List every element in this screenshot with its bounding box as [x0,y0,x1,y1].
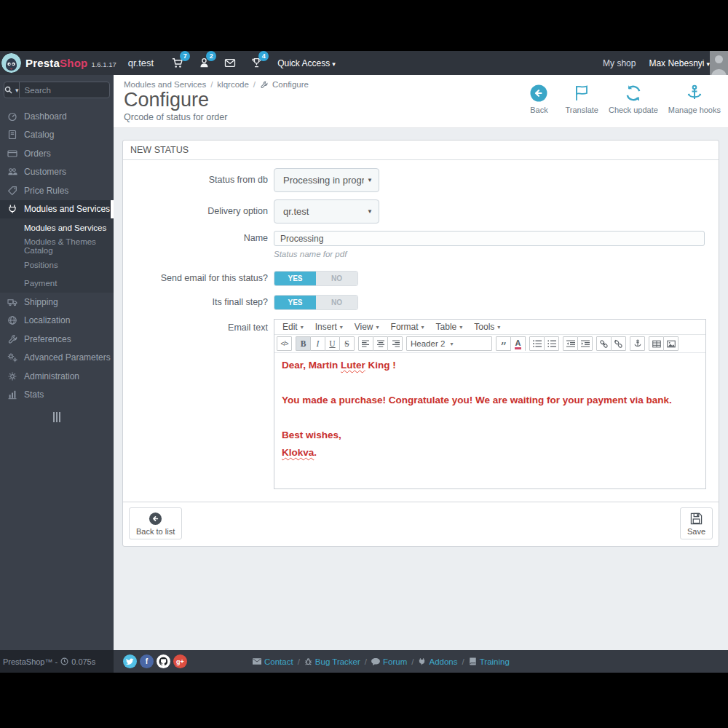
page-actions: Back Translate Check updat [523,83,721,114]
bold-button[interactable]: B [296,336,311,351]
submenu-modules-themes-catalog[interactable]: Modules & Themes Catalog [0,237,114,256]
tag-icon [7,185,17,196]
email-text-label: Email text [123,319,274,489]
facebook-icon[interactable]: f [140,654,154,668]
user-avatar[interactable] [710,51,728,75]
manage-hooks-button[interactable]: Manage hooks [668,83,721,114]
quick-access-menu[interactable]: Quick Access▾ [277,58,336,68]
customers-button[interactable]: 2 [196,56,212,71]
status-from-db-select[interactable]: Processing in progress ▼ [274,168,379,192]
delivery-option-select[interactable]: qr.test ▼ [274,199,379,223]
google-plus-icon[interactable]: g+ [173,654,187,668]
floppy-disk-icon [690,512,703,526]
plug-icon [7,204,17,215]
bug-tracker-link[interactable]: Bug Tracker [304,657,360,666]
footer-brand: PrestaShop™ - [3,657,58,666]
sidebar-item-preferences[interactable]: Preferences [0,330,114,349]
align-right-button[interactable] [387,336,403,351]
back-to-list-button[interactable]: Back to list [129,507,182,539]
footer-bar: PrestaShop™ - 0.075s f g+ [0,650,728,673]
strikethrough-button[interactable]: S [339,336,355,351]
globe-icon [7,315,17,326]
submenu-payment[interactable]: Payment [0,274,114,293]
back-button[interactable]: Back [523,83,555,114]
insert-table-button[interactable] [649,336,664,351]
final-step-label: Its finall step? [123,295,274,310]
addons-link[interactable]: Addons [418,657,457,666]
messages-button[interactable] [222,56,238,71]
editor-menu-view[interactable]: View▾ [349,321,385,333]
search-button[interactable]: ▾ [4,82,20,98]
sidebar-item-customers[interactable]: Customers [0,163,114,182]
breadcrumb-klqrcode[interactable]: klqrcode [217,80,248,89]
insert-link-button[interactable] [596,336,612,351]
insert-image-button[interactable] [663,336,678,351]
twitter-icon[interactable] [123,654,137,668]
notifications-button[interactable]: 4 [248,56,264,71]
sidebar-item-price-rules[interactable]: Price Rules [0,181,114,200]
email-paragraph [282,377,698,388]
numbered-list-button[interactable] [544,336,559,351]
name-label: Name [123,231,274,258]
editor-menu-tools[interactable]: Tools▾ [468,321,506,333]
sidebar-item-stats[interactable]: Stats [0,386,114,405]
sidebar-item-dashboard[interactable]: Dashboard [0,107,114,126]
sidebar-item-modules-and-services[interactable]: Modules and Services [0,200,114,219]
sidebar-item-shipping[interactable]: Shipping [0,293,114,312]
check-update-button[interactable]: Check update [609,83,658,114]
indent-button[interactable] [577,336,593,351]
underline-button[interactable]: U [325,336,340,351]
truck-icon [7,296,17,307]
breadcrumb-modules-and-services[interactable]: Modules and Services [124,80,206,89]
align-center-button[interactable] [373,336,388,351]
save-button[interactable]: Save [680,507,713,539]
submenu-modules-and-services[interactable]: Modules and Services [0,218,114,237]
editor-menu-format[interactable]: Format▾ [385,321,430,333]
clock-icon [60,657,68,665]
forum-link[interactable]: Forum [371,657,407,666]
send-email-no-button[interactable]: NO [316,272,357,285]
anchor-button[interactable] [630,336,645,351]
name-input[interactable] [274,231,705,246]
sidebar-collapse-handle[interactable] [0,412,114,422]
blockquote-button[interactable]: ” [496,336,511,351]
format-select[interactable]: Header 2▾ [406,336,492,351]
email-body-editable[interactable]: Dear, Martin Luter King ! You made a pur… [274,353,705,488]
cart-orders-button[interactable]: 7 [170,56,186,71]
final-step-no-button[interactable]: NO [316,296,357,309]
editor-menu-table[interactable]: Table▾ [430,321,469,333]
bullet-list-button[interactable] [529,336,545,351]
editor-menu-insert[interactable]: Insert▾ [309,321,349,333]
search-icon [4,86,12,94]
training-link[interactable]: Training [469,657,510,666]
source-code-button[interactable]: </> [277,336,292,351]
outdent-button[interactable] [563,336,578,351]
sidebar-item-administration[interactable]: Administration [0,367,114,386]
sidebar-item-catalog[interactable]: Catalog [0,126,114,145]
email-paragraph [282,412,698,423]
prestashop-logo-icon[interactable] [1,53,21,73]
chevron-down-icon: ▼ [367,208,373,215]
contact-link[interactable]: Contact [253,657,293,666]
sidebar-item-advanced-parameters[interactable]: Advanced Parameters [0,349,114,368]
shop-name-link[interactable]: qr.test [128,58,154,68]
user-menu[interactable]: Max Nebesnyi▾ [649,58,710,68]
chevron-down-icon: ▾ [332,60,336,68]
send-email-yes-button[interactable]: YES [274,272,316,285]
sidebar-item-localization[interactable]: Localization [0,312,114,331]
submenu-positions[interactable]: Positions [0,256,114,274]
envelope-icon [253,658,261,665]
text-color-button[interactable]: A [510,336,526,351]
align-left-button[interactable] [358,336,373,351]
translate-button[interactable]: Translate [565,83,598,114]
remove-link-button[interactable] [611,336,626,351]
italic-button[interactable]: I [310,336,325,351]
search-input[interactable] [20,82,110,98]
my-shop-link[interactable]: My shop [603,58,636,68]
prestashop-admin: PrestaShop 1.6.1.17 qr.test 7 [0,51,728,673]
sidebar-item-orders[interactable]: Orders [0,144,114,163]
github-icon[interactable] [157,654,170,668]
social-links: f g+ [123,654,187,668]
final-step-yes-button[interactable]: YES [274,296,316,309]
editor-menu-edit[interactable]: Edit▾ [277,321,309,333]
